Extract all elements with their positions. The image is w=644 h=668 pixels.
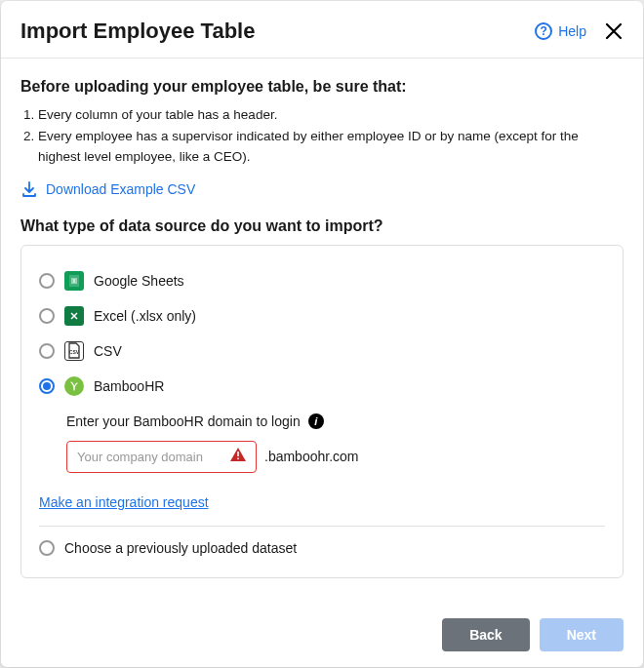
- domain-input-wrapper: [66, 441, 257, 473]
- source-label: BambooHR: [94, 378, 164, 394]
- source-option-previous-dataset[interactable]: Choose a previously uploaded dataset: [39, 532, 605, 564]
- next-button[interactable]: Next: [540, 618, 624, 651]
- close-button[interactable]: [604, 21, 624, 41]
- radio-input[interactable]: [39, 540, 55, 556]
- download-example-link[interactable]: Download Example CSV: [20, 180, 195, 198]
- bamboohr-icon: [64, 376, 84, 396]
- checklist-heading: Before uploading your employee table, be…: [20, 78, 624, 96]
- source-question: What type of data source do you want to …: [20, 217, 624, 235]
- help-label: Help: [558, 23, 586, 39]
- radio-input[interactable]: [39, 378, 55, 394]
- checklist-item: Every employee has a supervisor indicate…: [38, 127, 624, 167]
- domain-suffix: .bamboohr.com: [264, 449, 359, 464]
- help-link[interactable]: ? Help: [535, 22, 586, 40]
- svg-rect-2: [237, 452, 239, 456]
- excel-icon: [64, 306, 84, 326]
- bamboohr-prompt: Enter your BambooHR domain to login i: [66, 413, 605, 429]
- import-employee-modal: Import Employee Table ? Help Before uplo…: [1, 1, 643, 667]
- modal-body: Before uploading your employee table, be…: [1, 59, 643, 603]
- modal-header: Import Employee Table ? Help: [1, 1, 643, 59]
- source-option-google-sheets[interactable]: Google Sheets: [39, 263, 605, 298]
- source-option-bamboohr[interactable]: BambooHR: [39, 369, 605, 404]
- bamboohr-config: Enter your BambooHR domain to login i .b…: [39, 404, 605, 483]
- bamboohr-prompt-text: Enter your BambooHR domain to login: [66, 413, 301, 429]
- svg-text:CSV: CSV: [69, 349, 80, 355]
- source-option-csv[interactable]: CSV CSV: [39, 334, 605, 369]
- modal-title: Import Employee Table: [20, 19, 255, 44]
- checklist: Every column of your table has a header.…: [20, 105, 624, 167]
- radio-input[interactable]: [39, 308, 55, 324]
- source-label: Google Sheets: [94, 273, 184, 289]
- google-sheets-icon: [64, 271, 84, 291]
- csv-icon: CSV: [64, 341, 84, 361]
- source-label: Excel (.xlsx only): [94, 308, 196, 324]
- close-icon: [605, 22, 623, 40]
- source-options-card: Google Sheets Excel (.xlsx only) CSV CSV: [20, 245, 624, 578]
- domain-row: .bamboohr.com: [66, 441, 605, 473]
- warning-icon: [229, 447, 247, 466]
- header-actions: ? Help: [535, 21, 624, 41]
- back-button[interactable]: Back: [442, 618, 529, 651]
- divider: [39, 526, 605, 527]
- info-icon[interactable]: i: [308, 413, 324, 429]
- checklist-item: Every column of your table has a header.: [38, 105, 624, 125]
- modal-footer: Back Next: [1, 603, 643, 667]
- svg-rect-3: [237, 458, 239, 460]
- download-icon: [20, 180, 38, 198]
- source-label: CSV: [94, 343, 122, 359]
- source-option-excel[interactable]: Excel (.xlsx only): [39, 298, 605, 334]
- company-domain-input[interactable]: [66, 441, 257, 473]
- source-label: Choose a previously uploaded dataset: [64, 540, 297, 556]
- integration-request-link[interactable]: Make an integration request: [39, 494, 209, 510]
- help-icon: ?: [535, 22, 552, 40]
- radio-input[interactable]: [39, 273, 55, 289]
- download-label: Download Example CSV: [46, 181, 195, 197]
- radio-input[interactable]: [39, 343, 55, 359]
